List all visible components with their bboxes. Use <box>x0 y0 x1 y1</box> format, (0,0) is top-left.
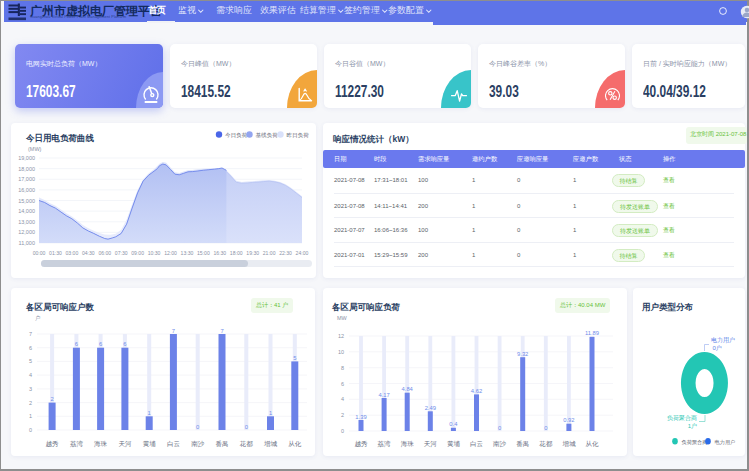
svg-text:7: 7 <box>172 328 175 334</box>
svg-text:16,000: 16,000 <box>18 187 35 193</box>
svg-text:6: 6 <box>29 345 32 351</box>
svg-text:从化: 从化 <box>288 440 302 448</box>
svg-text:0: 0 <box>341 428 344 434</box>
svg-text:海珠: 海珠 <box>401 440 415 448</box>
svg-text:6: 6 <box>341 381 344 387</box>
svg-text:17,000: 17,000 <box>18 176 35 182</box>
svg-text:4.62: 4.62 <box>471 388 482 394</box>
svg-text:22:30: 22:30 <box>279 250 292 256</box>
svg-text:13,000: 13,000 <box>18 219 35 225</box>
svg-text:9.32: 9.32 <box>517 351 528 357</box>
svg-text:0.4: 0.4 <box>449 421 458 427</box>
svg-text:6: 6 <box>75 341 78 347</box>
svg-text:花都: 花都 <box>538 440 553 448</box>
svg-text:荔湾: 荔湾 <box>70 440 84 448</box>
svg-text:10: 10 <box>338 349 344 355</box>
svg-text:6: 6 <box>123 341 126 347</box>
svg-text:2: 2 <box>50 396 53 402</box>
svg-text:1: 1 <box>29 413 32 419</box>
svg-text:越秀: 越秀 <box>355 440 369 448</box>
svg-text:11,000: 11,000 <box>19 240 35 246</box>
svg-text:04:30: 04:30 <box>82 250 95 256</box>
svg-text:0.92: 0.92 <box>563 417 574 423</box>
svg-text:1.39: 1.39 <box>355 414 366 420</box>
svg-text:18,000: 18,000 <box>18 166 35 172</box>
svg-text:黄埔: 黄埔 <box>447 440 461 448</box>
svg-text:(MW): (MW) <box>28 146 42 152</box>
svg-text:15:00: 15:00 <box>197 250 210 256</box>
svg-text:24:00: 24:00 <box>296 250 309 256</box>
svg-text:12:00: 12:00 <box>164 250 177 256</box>
svg-text:4.84: 4.84 <box>402 386 414 392</box>
svg-text:5: 5 <box>29 358 32 364</box>
svg-text:11.89: 11.89 <box>585 330 599 336</box>
svg-text:负荷聚合商: 负荷聚合商 <box>667 414 697 422</box>
svg-text:黄埔: 黄埔 <box>143 440 157 448</box>
svg-text:海珠: 海珠 <box>94 440 108 448</box>
svg-text:增城: 增城 <box>263 440 278 448</box>
svg-text:MW: MW <box>337 315 348 321</box>
svg-text:白云: 白云 <box>167 440 181 448</box>
svg-text:14,000: 14,000 <box>18 208 35 214</box>
svg-text:4.17: 4.17 <box>378 392 389 398</box>
svg-text:15,000: 15,000 <box>18 198 35 204</box>
svg-text:0: 0 <box>196 424 199 430</box>
svg-text:番禺: 番禺 <box>216 440 229 448</box>
svg-text:5: 5 <box>293 355 296 361</box>
svg-text:19,000: 19,000 <box>18 155 35 161</box>
svg-text:7: 7 <box>220 328 223 334</box>
svg-text:06:00: 06:00 <box>98 250 111 256</box>
svg-text:0: 0 <box>29 427 32 433</box>
svg-text:10:30: 10:30 <box>148 250 161 256</box>
svg-text:1户: 1户 <box>688 422 697 429</box>
svg-text:2: 2 <box>341 412 344 418</box>
svg-text:16:30: 16:30 <box>213 250 226 256</box>
svg-text:2: 2 <box>29 400 32 406</box>
svg-text:电力用户: 电力用户 <box>715 439 736 446</box>
svg-text:南沙: 南沙 <box>493 440 507 448</box>
svg-text:2.49: 2.49 <box>425 405 436 411</box>
svg-text:07:30: 07:30 <box>115 250 128 256</box>
svg-text:01:30: 01:30 <box>49 250 62 256</box>
svg-text:8: 8 <box>341 365 344 371</box>
svg-text:户: 户 <box>35 315 41 321</box>
svg-text:负荷聚合商: 负荷聚合商 <box>682 439 708 446</box>
svg-text:电力用户: 电力用户 <box>711 336 735 344</box>
svg-text:03:00: 03:00 <box>65 250 78 256</box>
svg-text:0: 0 <box>498 425 501 431</box>
svg-text:19:30: 19:30 <box>246 250 259 256</box>
svg-text:7: 7 <box>29 331 32 337</box>
svg-text:3: 3 <box>29 386 32 392</box>
svg-text:0: 0 <box>544 425 547 431</box>
svg-text:18:00: 18:00 <box>230 250 243 256</box>
svg-text:1: 1 <box>148 410 151 416</box>
svg-text:越秀: 越秀 <box>46 440 60 448</box>
svg-text:21:00: 21:00 <box>263 250 276 256</box>
svg-text:0: 0 <box>245 424 248 430</box>
svg-text:南沙: 南沙 <box>191 440 205 448</box>
svg-text:天河: 天河 <box>424 440 438 448</box>
svg-text:12: 12 <box>338 333 344 339</box>
svg-text:00:00: 00:00 <box>33 250 46 256</box>
svg-text:增城: 增城 <box>561 440 576 448</box>
svg-text:0户: 0户 <box>713 344 722 351</box>
svg-text:白云: 白云 <box>470 440 484 448</box>
svg-text:天河: 天河 <box>118 440 131 448</box>
svg-text:6: 6 <box>99 341 102 347</box>
svg-text:荔湾: 荔湾 <box>378 440 392 448</box>
svg-text:4: 4 <box>341 396 344 402</box>
svg-text:09:00: 09:00 <box>131 250 144 256</box>
svg-text:4: 4 <box>29 372 32 378</box>
svg-text:番禺: 番禺 <box>516 440 529 448</box>
svg-text:1: 1 <box>269 410 272 416</box>
svg-text:花都: 花都 <box>239 440 254 448</box>
svg-text:12,000: 12,000 <box>18 229 35 235</box>
svg-text:从化: 从化 <box>586 440 600 448</box>
svg-text:13:30: 13:30 <box>181 250 194 256</box>
